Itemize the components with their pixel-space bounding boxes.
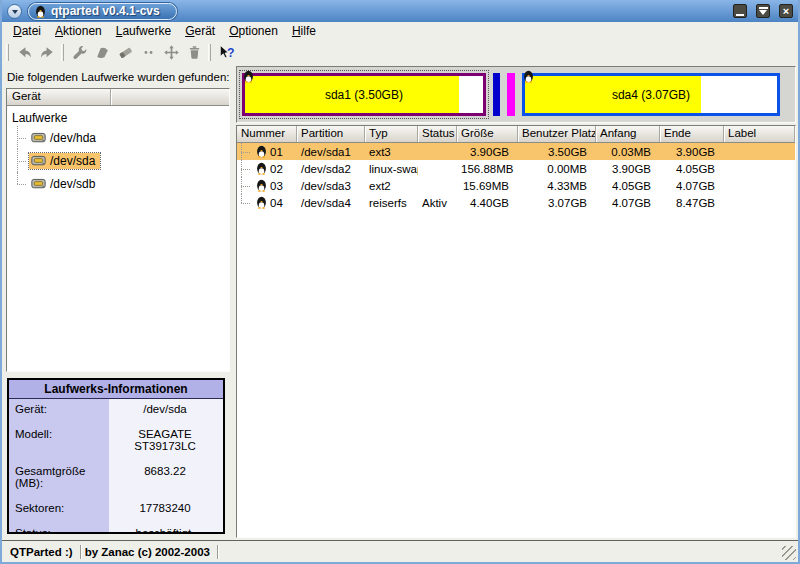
table-body: 01/dev/sda1ext33.90GB3.50GB0.03MB3.90GB0… xyxy=(237,143,795,211)
device-item-sdb[interactable]: /dev/sdb xyxy=(29,176,100,192)
menu-aktionen[interactable]: Aktionen xyxy=(48,23,109,39)
column-header-geraet[interactable]: Gerät xyxy=(7,89,111,105)
menu-optionen[interactable]: Optionen xyxy=(222,23,285,39)
info-label-sektoren: Sektoren: xyxy=(9,498,109,523)
column-header-anfang[interactable]: Anfang xyxy=(596,126,660,142)
cell-benutzer-platz: 0.00MB xyxy=(518,163,596,175)
partition-bar-sda3[interactable] xyxy=(507,73,515,116)
cell-ende: 4.07GB xyxy=(660,180,724,192)
info-label-status: Status: xyxy=(9,523,109,534)
cell-anfang: 4.07GB xyxy=(596,197,660,209)
tree-root-laufwerke[interactable]: Laufwerke xyxy=(10,109,229,126)
toolbar-grip[interactable] xyxy=(6,44,9,61)
info-label-modell: Modell: xyxy=(9,424,109,461)
device-item-sda[interactable]: /dev/sda xyxy=(29,153,100,169)
cell-anfang: 0.03MB xyxy=(596,146,660,158)
close-button[interactable]: × xyxy=(779,4,793,18)
column-header-partition[interactable]: Partition xyxy=(297,126,365,142)
status-item-0: QTParted :) xyxy=(6,546,80,558)
cell-typ: ext2 xyxy=(365,180,418,192)
redo-button[interactable] xyxy=(36,41,59,63)
cell-gr-e: 4.40GB xyxy=(457,197,518,209)
menu-datei[interactable]: Datei xyxy=(6,23,48,39)
cell-anfang: 4.05GB xyxy=(596,180,660,192)
toolbar-grip[interactable] xyxy=(61,44,64,61)
whats-this-icon: ? xyxy=(217,44,236,61)
window-title: qtparted v0.4.1-cvs xyxy=(51,4,160,18)
shade-button[interactable] xyxy=(756,4,770,18)
column-header-gr-e[interactable]: Größe xyxy=(457,126,518,142)
info-label-gesamtgr-e-mb: Gesamtgröße (MB): xyxy=(9,461,109,498)
partition-table: NummerPartitionTypStatusGrößeBenutzer Pl… xyxy=(236,125,796,538)
column-header-nummer[interactable]: Nummer xyxy=(237,126,297,142)
undo-button[interactable] xyxy=(13,41,36,63)
left-panel: Die folgenden Laufwerke wurden gefunden:… xyxy=(4,66,230,538)
toolbar: ? xyxy=(2,40,798,64)
cell-status: Aktiv xyxy=(418,197,457,209)
size-grip[interactable] xyxy=(782,546,796,560)
row-number: 02 xyxy=(270,163,283,175)
title-pill[interactable]: qtparted v0.4.1-cvs xyxy=(28,3,177,20)
cell-typ: linux-swap xyxy=(365,163,418,175)
tux-icon xyxy=(256,179,267,192)
partition-bar-sda4[interactable]: sda4 (3.07GB) xyxy=(522,73,781,116)
partition-bar-sda1[interactable]: sda1 (3.50GB) xyxy=(242,73,486,116)
partition-row-sda4[interactable]: 04/dev/sda4reiserfsAktiv4.40GB3.07GB4.07… xyxy=(237,194,795,211)
disk-icon xyxy=(31,154,46,167)
tree-branch xyxy=(17,172,29,195)
cell-typ: ext3 xyxy=(365,146,418,158)
resize-icon xyxy=(140,44,157,61)
column-header-label[interactable]: Label xyxy=(724,126,795,142)
partition-row-sda1[interactable]: 01/dev/sda1ext33.90GB3.50GB0.03MB3.90GB xyxy=(237,143,795,160)
partition-bar-label: sda1 (3.50GB) xyxy=(242,73,486,116)
table-header: NummerPartitionTypStatusGrößeBenutzer Pl… xyxy=(237,126,795,143)
toolbar-grip[interactable] xyxy=(208,44,211,61)
partition-row-sda2[interactable]: 02/dev/sda2linux-swap156.88MB0.00MB3.90G… xyxy=(237,160,795,177)
column-header-benutzer-platz[interactable]: Benutzer Platz xyxy=(518,126,596,142)
undo-icon xyxy=(16,44,33,61)
partition-row-sda3[interactable]: 03/dev/sda3ext215.69MB4.33MB4.05GB4.07GB xyxy=(237,177,795,194)
tree-row-hda: /dev/hda xyxy=(10,126,229,149)
column-header-ende[interactable]: Ende xyxy=(660,126,724,142)
cell-ende: 8.47GB xyxy=(660,197,724,209)
tree-branch xyxy=(241,194,253,211)
partition-bar-label: sda4 (3.07GB) xyxy=(522,73,781,116)
disk-icon xyxy=(31,177,46,190)
row-number: 01 xyxy=(270,146,283,158)
property-icon xyxy=(71,44,88,61)
tux-icon xyxy=(523,70,534,83)
cell-benutzer-platz: 4.33MB xyxy=(518,180,596,192)
menu-ger-t[interactable]: Gerät xyxy=(178,23,222,39)
tux-icon xyxy=(256,145,267,158)
column-header-status[interactable]: Status xyxy=(418,126,457,142)
window-menu-button[interactable] xyxy=(7,4,22,19)
redo-icon xyxy=(39,44,56,61)
whats-this-button[interactable]: ? xyxy=(215,41,238,63)
device-item-hda[interactable]: /dev/hda xyxy=(29,130,101,146)
format-icon xyxy=(94,44,111,61)
app-icon xyxy=(35,5,46,18)
eraser-button[interactable] xyxy=(114,41,137,63)
resize-button[interactable] xyxy=(137,41,160,63)
move-button[interactable] xyxy=(160,41,183,63)
format-button[interactable] xyxy=(91,41,114,63)
cell-partition: /dev/sda2 xyxy=(297,163,365,175)
row-number-cell: 02 xyxy=(237,160,297,177)
delete-button[interactable] xyxy=(183,41,206,63)
device-label: /dev/sda xyxy=(50,154,95,168)
property-button[interactable] xyxy=(68,41,91,63)
menu-hilfe[interactable]: Hilfe xyxy=(285,23,323,39)
minimize-button[interactable] xyxy=(733,4,747,18)
disk-icon xyxy=(31,131,46,144)
row-number-cell: 01 xyxy=(237,143,297,160)
tree-header-filler xyxy=(111,89,229,105)
menu-laufwerke[interactable]: Laufwerke xyxy=(109,23,178,39)
cell-partition: /dev/sda4 xyxy=(297,197,365,209)
info-label-ger-t: Gerät: xyxy=(9,399,109,424)
column-header-typ[interactable]: Typ xyxy=(365,126,418,142)
partition-bar-sda2[interactable] xyxy=(493,73,500,116)
tree-row-sdb: /dev/sdb xyxy=(10,172,229,195)
row-number-cell: 03 xyxy=(237,177,297,194)
device-tree: Gerät Laufwerke /dev/hda/dev/sda/dev/sdb xyxy=(6,88,230,372)
cell-ende: 3.90GB xyxy=(660,146,724,158)
